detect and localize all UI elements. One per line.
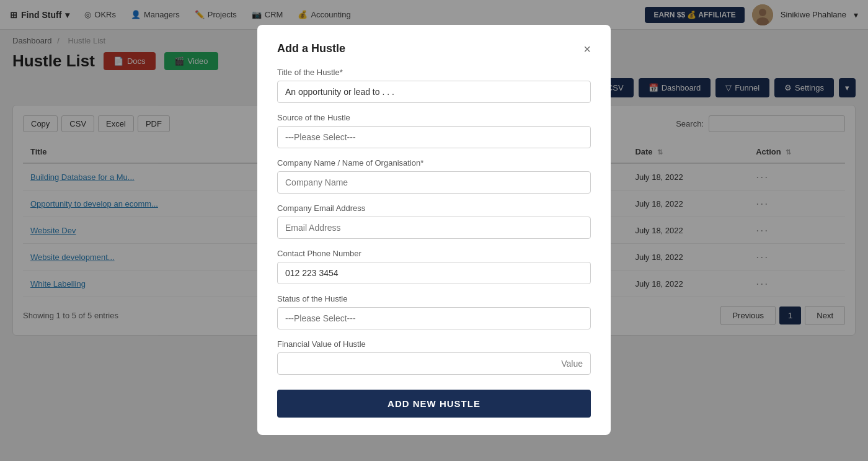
title-field-group: Title of the Hustle*	[277, 68, 591, 103]
phone-field-group: Contact Phone Number	[277, 249, 591, 284]
value-field-label: Financial Value of Hustle	[277, 339, 591, 348]
company-field-group: Company Name / Name of Organisation*	[277, 158, 591, 194]
modal-close-button[interactable]: ×	[583, 43, 591, 55]
status-field-group: Status of the Hustle	[277, 294, 591, 329]
phone-input[interactable]	[277, 262, 591, 284]
title-input[interactable]	[277, 81, 591, 103]
value-field-group: Financial Value of Hustle	[277, 339, 591, 348]
modal-overlay: Add a Hustle × Title of the Hustle* Sour…	[0, 0, 868, 348]
source-field-group: Source of the Hustle	[277, 113, 591, 148]
modal-header: Add a Hustle ×	[277, 42, 591, 55]
email-input[interactable]	[277, 217, 591, 239]
phone-field-label: Contact Phone Number	[277, 249, 591, 258]
company-field-label: Company Name / Name of Organisation*	[277, 158, 591, 168]
source-input[interactable]	[277, 126, 591, 148]
email-field-group: Company Email Address	[277, 204, 591, 239]
source-field-label: Source of the Hustle	[277, 113, 591, 122]
add-hustle-modal: Add a Hustle × Title of the Hustle* Sour…	[257, 25, 611, 348]
status-input[interactable]	[277, 307, 591, 329]
modal-title: Add a Hustle	[277, 42, 345, 55]
company-input[interactable]	[277, 171, 591, 194]
title-field-label: Title of the Hustle*	[277, 68, 591, 77]
email-field-label: Company Email Address	[277, 204, 591, 213]
status-field-label: Status of the Hustle	[277, 294, 591, 303]
